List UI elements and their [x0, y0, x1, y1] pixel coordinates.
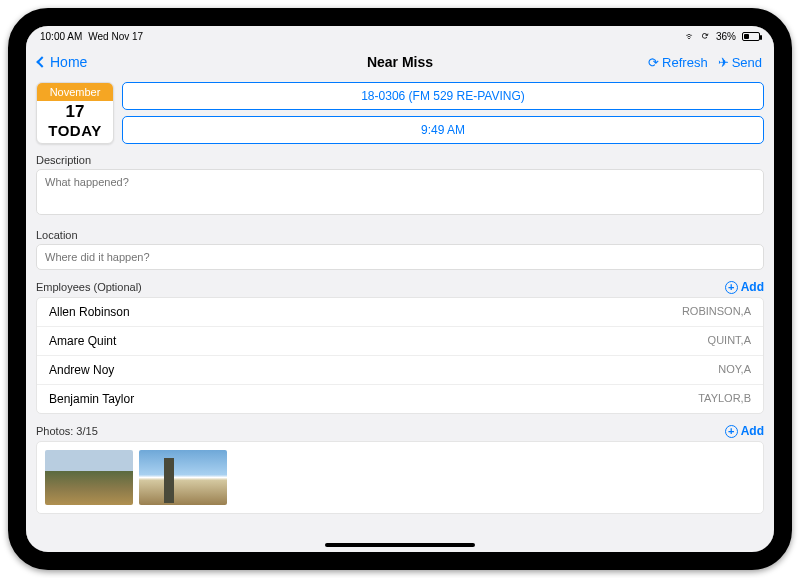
employee-row[interactable]: Amare Quint QUINT,A — [37, 327, 763, 356]
calendar-month: November — [37, 83, 113, 101]
employee-name: Allen Robinson — [49, 305, 130, 319]
employee-name: Amare Quint — [49, 334, 116, 348]
photos-label: Photos: 3/15 + Add — [36, 424, 764, 438]
employee-code: NOY,A — [718, 363, 751, 377]
chevron-left-icon — [36, 56, 47, 67]
employee-name: Andrew Noy — [49, 363, 114, 377]
time-selector[interactable]: 9:49 AM — [122, 116, 764, 144]
employee-code: TAYLOR,B — [698, 392, 751, 406]
employee-code: QUINT,A — [708, 334, 751, 348]
nav-bar: Home Near Miss ⟳ Refresh ✈ Send — [26, 46, 774, 78]
content: November 17 TODAY 18-0306 (FM 529 RE-PAV… — [26, 78, 774, 552]
location-label: Location — [36, 229, 764, 241]
screen: 10:00 AM Wed Nov 17 ᯤ ⟳ 36% Home — [26, 26, 774, 552]
photo-thumbnail[interactable] — [139, 450, 227, 505]
home-indicator[interactable] — [325, 543, 475, 547]
employees-label: Employees (Optional) + Add — [36, 280, 764, 294]
plus-circle-icon: + — [725, 281, 738, 294]
refresh-label: Refresh — [662, 55, 708, 70]
employee-code: ROBINSON,A — [682, 305, 751, 319]
employee-list: Allen Robinson ROBINSON,A Amare Quint QU… — [36, 297, 764, 414]
plus-circle-icon: + — [725, 425, 738, 438]
send-button[interactable]: ✈ Send — [718, 55, 762, 70]
top-row: November 17 TODAY 18-0306 (FM 529 RE-PAV… — [36, 82, 764, 144]
send-icon: ✈ — [718, 55, 729, 70]
project-selector[interactable]: 18-0306 (FM 529 RE-PAVING) — [122, 82, 764, 110]
location-input[interactable] — [36, 244, 764, 270]
refresh-icon: ⟳ — [648, 55, 659, 70]
employee-row[interactable]: Andrew Noy NOY,A — [37, 356, 763, 385]
calendar-today: TODAY — [37, 122, 113, 143]
status-time: 10:00 AM — [40, 31, 82, 42]
battery-pct: 36% — [716, 31, 736, 42]
battery-icon — [742, 32, 760, 41]
calendar-day: 17 — [37, 101, 113, 122]
employee-row[interactable]: Benjamin Taylor TAYLOR,B — [37, 385, 763, 413]
add-employee-button[interactable]: + Add — [725, 280, 764, 294]
back-button[interactable]: Home — [38, 54, 87, 70]
ipad-device: 10:00 AM Wed Nov 17 ᯤ ⟳ 36% Home — [0, 0, 800, 578]
send-label: Send — [732, 55, 762, 70]
add-employee-label: Add — [741, 280, 764, 294]
camera-dot — [15, 287, 20, 292]
calendar-widget[interactable]: November 17 TODAY — [36, 82, 114, 144]
device-frame: 10:00 AM Wed Nov 17 ᯤ ⟳ 36% Home — [8, 8, 792, 570]
add-photo-button[interactable]: + Add — [725, 424, 764, 438]
description-input[interactable] — [36, 169, 764, 215]
status-date: Wed Nov 17 — [88, 31, 143, 42]
status-bar: 10:00 AM Wed Nov 17 ᯤ ⟳ 36% — [26, 26, 774, 46]
add-photo-label: Add — [741, 424, 764, 438]
description-label: Description — [36, 154, 764, 166]
orientation-lock-icon: ⟳ — [701, 30, 712, 42]
employee-row[interactable]: Allen Robinson ROBINSON,A — [37, 298, 763, 327]
refresh-button[interactable]: ⟳ Refresh — [648, 55, 708, 70]
photo-thumbnail[interactable] — [45, 450, 133, 505]
photo-list — [36, 441, 764, 514]
back-label: Home — [50, 54, 87, 70]
wifi-icon: ᯤ — [685, 30, 696, 42]
employee-name: Benjamin Taylor — [49, 392, 134, 406]
